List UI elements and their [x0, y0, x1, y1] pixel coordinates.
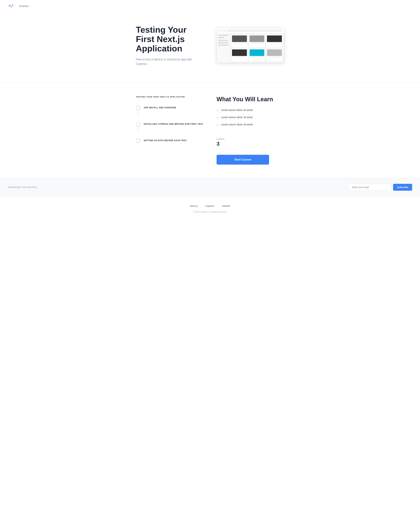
lesson-circle-wrapper — [136, 138, 140, 143]
lesson-circle — [136, 122, 140, 127]
navigation: </> Courses ▾ — [0, 0, 420, 12]
lessons-count-label: Lessons — [217, 138, 284, 140]
footer-link-github[interactable]: GitHub — [222, 204, 230, 207]
courses-nav[interactable]: Courses ▾ — [19, 5, 30, 8]
hero-subtitle: How to test a Next.js e-commerce app wit… — [136, 57, 203, 66]
check-icon: ✓ — [217, 123, 219, 126]
courses-label: Courses — [19, 5, 28, 8]
learn-item-text: Lorem ipsum dolor sit amet — [221, 109, 253, 112]
subscribe-label: SUBSCRIBE FOR UPDATES — [8, 186, 37, 188]
lesson-connector — [138, 127, 138, 133]
lesson-circle — [136, 138, 140, 143]
learn-item-text: Lorem ipsum dolor sit amet — [221, 116, 253, 119]
lesson-item: SETTING UP DATA BEFORE EACH TEST — [136, 138, 203, 143]
course-right: What You Will Learn ✓ Lorem ipsum dolor … — [217, 96, 284, 165]
lesson-item: APP INSTALL AND OVERVIEW — [136, 106, 203, 116]
footer-link-cypress[interactable]: Cypress — [205, 204, 214, 207]
subscribe-form: Subscribe — [348, 184, 412, 191]
app-screenshot — [217, 28, 284, 63]
email-input[interactable] — [348, 184, 391, 191]
footer: Next.js Cypress GitHub © 2022 Cypress. A… — [0, 197, 420, 221]
lessons-list: APP INSTALL AND OVERVIEW INSTALLING CYPR… — [136, 106, 203, 143]
footer-link-nextjs[interactable]: Next.js — [190, 204, 197, 207]
hero-title: Testing Your First Next.js Application — [136, 25, 203, 53]
hero-section: Testing Your First Next.js Application H… — [128, 12, 292, 83]
lesson-item: INSTALLING CYPRESS AND WRITING OUR FIRST… — [136, 122, 203, 133]
svg-text:</>: </> — [8, 3, 14, 8]
lesson-connector — [138, 110, 138, 116]
learn-item: ✓ Lorem ipsum dolor sit amet — [217, 123, 284, 126]
lessons-count: 3 — [217, 141, 284, 147]
course-section-title: TESTING YOUR FIRST NEXT.JS APPLICATION — [136, 96, 203, 98]
footer-copyright: © 2022 Cypress. All rights reserved. — [8, 211, 412, 213]
learn-divider — [217, 133, 284, 133]
lesson-circle-wrapper — [136, 106, 140, 116]
course-left: TESTING YOUR FIRST NEXT.JS APPLICATION A… — [136, 96, 203, 165]
subscribe-bar: SUBSCRIBE FOR UPDATES Subscribe — [0, 178, 420, 197]
hero-image — [217, 28, 284, 63]
learn-item: ✓ Lorem ipsum dolor sit amet — [217, 116, 284, 119]
lesson-circle — [136, 106, 140, 110]
footer-links: Next.js Cypress GitHub — [8, 204, 412, 207]
start-course-button[interactable]: Start Course — [217, 155, 269, 165]
check-icon: ✓ — [217, 109, 219, 112]
learn-item: ✓ Lorem ipsum dolor sit amet — [217, 109, 284, 112]
learn-list: ✓ Lorem ipsum dolor sit amet ✓ Lorem ips… — [217, 109, 284, 126]
subscribe-button[interactable]: Subscribe — [393, 184, 412, 191]
learn-title: What You Will Learn — [217, 96, 284, 103]
logo[interactable]: </> — [8, 3, 14, 9]
lesson-circle-wrapper — [136, 122, 140, 133]
hero-text: Testing Your First Next.js Application H… — [136, 25, 203, 66]
lesson-label: INSTALLING CYPRESS AND WRITING OUR FIRST… — [144, 122, 203, 126]
chevron-down-icon: ▾ — [29, 5, 30, 7]
lesson-label: APP INSTALL AND OVERVIEW — [144, 106, 176, 109]
lesson-label: SETTING UP DATA BEFORE EACH TEST — [144, 138, 187, 142]
course-section: TESTING YOUR FIRST NEXT.JS APPLICATION A… — [128, 83, 292, 178]
check-icon: ✓ — [217, 116, 219, 119]
learn-item-text: Lorem ipsum dolor sit amet — [221, 123, 253, 126]
